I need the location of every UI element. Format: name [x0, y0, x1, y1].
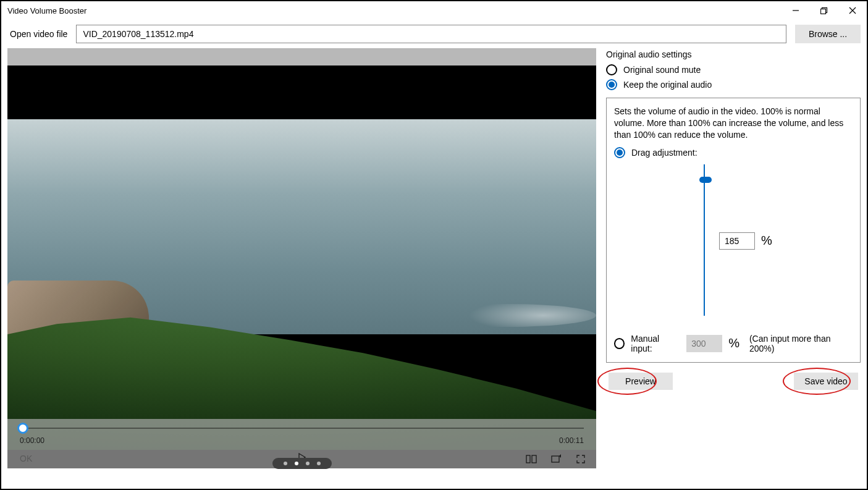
title-bar: Video Volume Booster: [1, 1, 867, 20]
open-file-label: Open video file: [10, 29, 67, 39]
radio-mute-row[interactable]: Original sound mute: [606, 64, 861, 75]
svg-rect-6: [526, 455, 530, 463]
drag-label: Drag adjustment:: [631, 148, 697, 158]
maximize-button[interactable]: [810, 1, 838, 20]
volume-box: Sets the volume of audio in the video. 1…: [606, 98, 861, 363]
radio-drag[interactable]: [614, 147, 625, 158]
audio-section-title: Original audio settings: [606, 49, 861, 59]
main-split: 0:00:00 0:00:11 OK: [1, 48, 867, 475]
file-path-input[interactable]: [76, 25, 786, 43]
fullscreen-icon[interactable]: [575, 454, 586, 465]
volume-slider-area: %: [614, 164, 853, 325]
radio-manual[interactable]: [614, 338, 625, 349]
video-panel: 0:00:00 0:00:11 OK: [7, 48, 596, 468]
seek-thumb[interactable]: [17, 423, 28, 434]
dot-3: [306, 462, 310, 465]
dot-2: [295, 462, 298, 465]
video-frame: [7, 65, 596, 450]
percent-sign: %: [761, 234, 772, 248]
radio-keep[interactable]: [606, 79, 617, 90]
radio-mute[interactable]: [606, 64, 617, 75]
manual-label: Manual input:: [631, 334, 680, 353]
ok-label: OK: [20, 454, 32, 463]
preview-button[interactable]: Preview: [609, 373, 673, 390]
loop-icon[interactable]: [550, 454, 562, 465]
time-duration: 0:00:11: [559, 436, 584, 445]
drag-adjustment-row[interactable]: Drag adjustment:: [614, 147, 853, 158]
svg-rect-8: [552, 456, 559, 462]
manual-note: (Can input more than 200%): [749, 334, 853, 353]
dot-1: [284, 462, 287, 465]
carousel-dots: [272, 458, 332, 469]
player-right-icons: [526, 454, 586, 465]
manual-input-row[interactable]: Manual input: % (Can input more than 200…: [614, 334, 853, 353]
manual-percent-input: [686, 335, 722, 352]
close-button[interactable]: [838, 1, 867, 20]
video-box: 0:00:00 0:00:11 OK: [7, 48, 596, 468]
browse-button[interactable]: Browse ...: [795, 25, 861, 43]
svg-rect-2: [821, 9, 826, 14]
dot-4: [317, 462, 321, 465]
svg-rect-7: [532, 455, 536, 463]
minimize-button[interactable]: [782, 1, 810, 20]
volume-description: Sets the volume of audio in the video. 1…: [614, 106, 853, 141]
save-video-button[interactable]: Save video: [794, 373, 858, 390]
volume-percent-input[interactable]: [719, 232, 755, 250]
manual-percent-sign: %: [728, 336, 739, 350]
action-buttons-row: Preview Save video: [606, 373, 861, 390]
deinterlace-icon[interactable]: [526, 454, 537, 465]
volume-slider-track[interactable]: [704, 164, 705, 316]
seek-track[interactable]: [20, 428, 584, 429]
video-topbar: [7, 48, 596, 65]
settings-panel: Original audio settings Original sound m…: [606, 48, 861, 468]
file-row: Open video file Browse ...: [1, 20, 867, 48]
volume-slider-thumb[interactable]: [699, 177, 712, 183]
radio-keep-row[interactable]: Keep the original audio: [606, 79, 861, 90]
window-controls: [782, 1, 867, 20]
radio-mute-label: Original sound mute: [623, 65, 701, 75]
app-title: Video Volume Booster: [7, 6, 86, 15]
radio-keep-label: Keep the original audio: [623, 80, 712, 90]
time-current: 0:00:00: [20, 436, 44, 445]
